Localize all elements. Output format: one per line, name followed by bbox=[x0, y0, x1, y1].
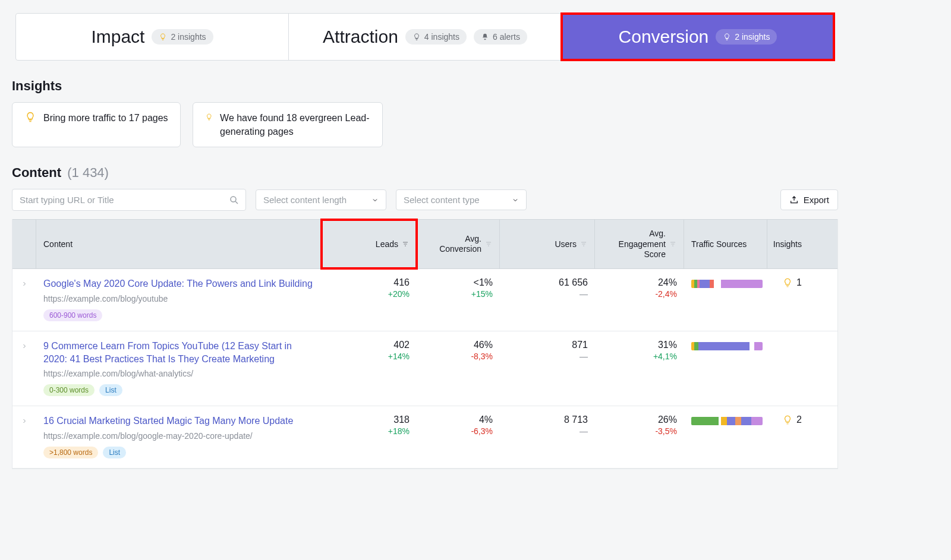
leads-cell: 416+20% bbox=[322, 277, 417, 299]
expand-toggle[interactable] bbox=[12, 277, 36, 289]
content-url: https://example.com/blog/google-may-2020… bbox=[43, 431, 314, 441]
users-cell-delta: — bbox=[507, 289, 588, 299]
content-count: (1 434) bbox=[67, 165, 109, 180]
tab-attraction[interactable]: Attraction 4 insights 6 alerts bbox=[289, 14, 562, 60]
leads-cell-value: 318 bbox=[329, 415, 410, 425]
content-length-placeholder: Select content length bbox=[263, 195, 347, 205]
insights-heading: Insights bbox=[12, 78, 838, 94]
content-tag: >1,800 words bbox=[43, 447, 98, 458]
content-heading: Content (1 434) bbox=[12, 165, 838, 181]
export-button[interactable]: Export bbox=[780, 189, 838, 210]
insight-card-text: Bring more traffic to 17 pages bbox=[43, 111, 168, 125]
bulb-icon bbox=[159, 33, 167, 41]
traffic-sources-bar bbox=[691, 417, 763, 425]
traffic-source-segment bbox=[754, 342, 763, 350]
tab-impact-title: Impact bbox=[91, 27, 144, 47]
bulb-icon bbox=[412, 33, 421, 41]
traffic-sources-cell bbox=[684, 415, 767, 425]
tab-attraction-insights-pill: 4 insights bbox=[405, 29, 467, 45]
tab-attraction-alerts-text: 6 alerts bbox=[493, 32, 520, 42]
content-tag: List bbox=[99, 384, 122, 396]
insight-card[interactable]: We have found 18 evergreen Lead-generati… bbox=[193, 102, 383, 147]
tab-conversion[interactable]: Conversion 2 insights bbox=[562, 14, 834, 60]
tab-impact-insights-text: 2 insights bbox=[171, 32, 206, 42]
col-leads[interactable]: Leads bbox=[322, 220, 417, 268]
content-title-link[interactable]: 16 Crucial Marketing Started Magic Tag M… bbox=[43, 415, 314, 428]
bulb-icon bbox=[782, 277, 793, 288]
bell-icon bbox=[481, 33, 489, 41]
search-input-wrap[interactable] bbox=[12, 189, 246, 211]
conversion-cell-value: <1% bbox=[424, 277, 493, 288]
table-row: 9 Commerce Learn From Topics YouTube (12… bbox=[12, 331, 837, 406]
sort-icon bbox=[485, 241, 492, 248]
content-cell: Google's May 2020 Core Update: The Power… bbox=[36, 277, 322, 321]
traffic-source-segment bbox=[691, 417, 719, 425]
insight-card[interactable]: Bring more traffic to 17 pages bbox=[12, 102, 181, 147]
col-avg-conversion[interactable]: Avg. Conversion bbox=[417, 220, 500, 268]
insights-count: 1 bbox=[796, 277, 802, 288]
users-cell-value: 871 bbox=[507, 340, 588, 350]
tab-impact-insights-pill: 2 insights bbox=[152, 29, 213, 45]
svg-line-1 bbox=[235, 201, 238, 204]
insights-cell[interactable]: 1 bbox=[767, 277, 809, 288]
svg-point-0 bbox=[231, 197, 236, 202]
leads-cell-value: 416 bbox=[329, 277, 410, 288]
col-users[interactable]: Users bbox=[500, 220, 595, 268]
export-icon bbox=[789, 195, 799, 205]
traffic-source-segment bbox=[710, 280, 714, 288]
content-tag: List bbox=[103, 447, 126, 458]
traffic-source-segment bbox=[741, 417, 751, 425]
expand-toggle[interactable] bbox=[12, 415, 36, 426]
traffic-source-segment bbox=[714, 280, 721, 288]
engagement-cell-value: 31% bbox=[602, 340, 677, 350]
col-insights: Insights bbox=[767, 220, 809, 268]
content-heading-label: Content bbox=[12, 165, 61, 180]
content-type-select[interactable]: Select content type bbox=[396, 189, 527, 210]
content-cell: 9 Commerce Learn From Topics YouTube (12… bbox=[36, 340, 322, 396]
leads-cell: 318+18% bbox=[322, 415, 417, 436]
export-label: Export bbox=[804, 195, 829, 205]
users-cell-delta: — bbox=[507, 426, 588, 436]
expand-toggle[interactable] bbox=[12, 340, 36, 352]
chevron-down-icon bbox=[512, 197, 519, 204]
users-cell-value: 61 656 bbox=[507, 277, 588, 288]
traffic-sources-bar bbox=[691, 280, 763, 288]
col-content[interactable]: Content bbox=[36, 220, 322, 268]
insights-cell[interactable]: 2 bbox=[767, 415, 809, 425]
content-length-select[interactable]: Select content length bbox=[256, 189, 386, 210]
engagement-cell-delta: +4,1% bbox=[602, 352, 677, 361]
tab-attraction-alerts-pill: 6 alerts bbox=[474, 29, 527, 45]
content-title-link[interactable]: 9 Commerce Learn From Topics YouTube (12… bbox=[43, 340, 314, 365]
table-header: Content Leads Avg. Conversion Users Avg.… bbox=[12, 219, 837, 269]
engagement-cell-delta: -3,5% bbox=[602, 426, 677, 436]
engagement-cell: 24%-2,4% bbox=[595, 277, 684, 299]
content-tags: 600-900 words bbox=[43, 309, 314, 321]
content-tag: 600-900 words bbox=[43, 309, 102, 321]
search-input[interactable] bbox=[18, 194, 229, 205]
chevron-down-icon bbox=[371, 197, 379, 204]
conversion-cell-delta: -6,3% bbox=[424, 426, 493, 436]
traffic-source-segment bbox=[750, 342, 754, 350]
content-type-placeholder: Select content type bbox=[404, 195, 480, 205]
traffic-source-segment bbox=[751, 417, 763, 425]
col-traffic-sources: Traffic Sources bbox=[684, 220, 767, 268]
sort-icon bbox=[669, 241, 676, 248]
engagement-cell: 26%-3,5% bbox=[595, 415, 684, 436]
tab-conversion-insights-pill: 2 insights bbox=[716, 29, 777, 45]
bulb-icon bbox=[205, 111, 213, 123]
tab-impact[interactable]: Impact 2 insights bbox=[16, 14, 289, 60]
content-title-link[interactable]: Google's May 2020 Core Update: The Power… bbox=[43, 277, 314, 290]
conversion-cell-value: 46% bbox=[424, 340, 493, 350]
tab-conversion-title: Conversion bbox=[619, 27, 709, 47]
col-engagement[interactable]: Avg. Engagement Score bbox=[595, 220, 684, 268]
conversion-cell-value: 4% bbox=[424, 415, 493, 425]
conversion-cell-delta: +15% bbox=[424, 289, 493, 299]
content-tags: >1,800 wordsList bbox=[43, 447, 314, 458]
content-table: Content Leads Avg. Conversion Users Avg.… bbox=[12, 219, 838, 469]
users-cell: 61 656— bbox=[500, 277, 595, 299]
conversion-cell: 46%-8,3% bbox=[417, 340, 500, 361]
content-cell: 16 Crucial Marketing Started Magic Tag M… bbox=[36, 415, 322, 458]
traffic-source-segment bbox=[721, 417, 727, 425]
engagement-cell-value: 24% bbox=[602, 277, 677, 288]
sort-icon bbox=[402, 241, 409, 248]
